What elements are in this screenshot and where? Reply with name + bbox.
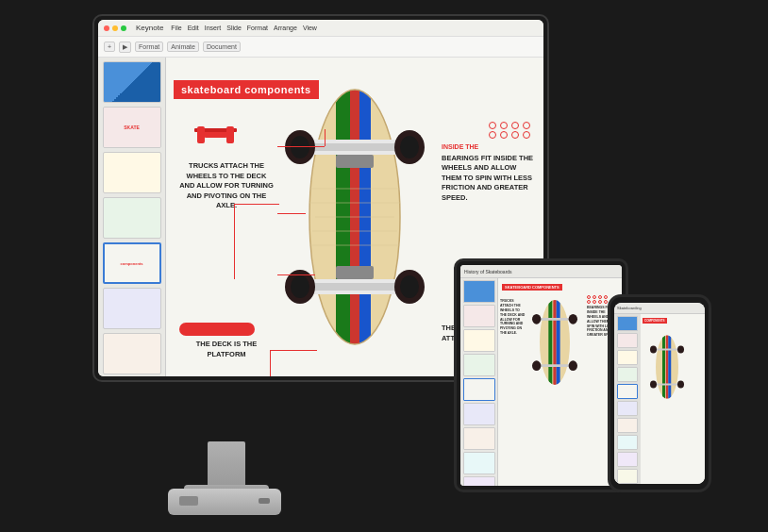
slide-thumb-7[interactable]: [103, 333, 161, 374]
svg-rect-45: [666, 332, 669, 403]
menu-arrange[interactable]: Arrange: [274, 25, 297, 31]
app-name: Keynote: [136, 24, 163, 32]
iphone-thumb-1[interactable]: [617, 316, 638, 331]
connector-line-7: [234, 204, 279, 205]
menu-edit[interactable]: Edit: [188, 25, 199, 31]
bearing-dot: [511, 131, 519, 139]
deck-text: THE DECK IS THE PLATFORM: [196, 340, 258, 358]
svg-rect-18: [303, 143, 407, 151]
ipad-header: History of Skateboards: [460, 265, 622, 278]
deck-icon: [179, 323, 255, 336]
iphone-main[interactable]: COMPONENTS: [641, 314, 705, 484]
iphone-sidebar[interactable]: [614, 314, 641, 484]
iphone-thumb-8[interactable]: [617, 435, 638, 450]
menu-slide[interactable]: Slide: [226, 25, 242, 31]
play-button[interactable]: ▶: [119, 42, 131, 53]
ipad-title: History of Skateboards: [464, 269, 512, 274]
connector-line-3: [277, 213, 306, 214]
ipad-slide-title: SKATEBOARD COMPONENTS: [502, 284, 562, 291]
iphone-thumb-7[interactable]: [617, 418, 638, 433]
ipad-thumb-1[interactable]: [463, 280, 495, 303]
ipad-thumb-2[interactable]: [463, 305, 495, 327]
menu-insert[interactable]: Insert: [205, 25, 222, 31]
bearing-dot: [511, 122, 519, 129]
ipad-thumb-9[interactable]: [463, 476, 495, 486]
svg-point-37: [532, 314, 541, 324]
ipad-thumb-4[interactable]: [463, 354, 495, 376]
svg-rect-50: [654, 384, 680, 386]
ipad-thumb-5-active[interactable]: [463, 378, 495, 401]
svg-rect-2: [197, 126, 205, 143]
bearing-dot: [489, 122, 496, 129]
iphone-thumb-5-active[interactable]: [617, 384, 638, 399]
add-slide-button[interactable]: +: [104, 42, 115, 52]
ipad-sidebar[interactable]: [460, 278, 498, 486]
close-button[interactable]: [104, 25, 109, 31]
slide-thumb-5-active[interactable]: components: [103, 242, 161, 284]
iphone-thumb-10[interactable]: [617, 469, 638, 484]
connector-line-6: [270, 350, 317, 351]
iphone-thumb-4[interactable]: [617, 367, 638, 382]
minimize-button[interactable]: [112, 25, 118, 31]
ipad-content: SKATEBOARD COMPONENTS: [460, 278, 622, 486]
svg-rect-47: [654, 349, 680, 351]
iphone-content: COMPONENTS: [614, 314, 705, 484]
skateboard-image: [279, 76, 430, 357]
svg-rect-30: [336, 266, 374, 279]
svg-rect-24: [303, 283, 407, 291]
svg-rect-35: [557, 295, 560, 390]
deck-label: THE DECK IS THE PLATFORM: [179, 323, 274, 359]
bearing-dot: [489, 131, 496, 139]
inside-the-label: INSIDE THE: [442, 142, 536, 152]
ipad-main[interactable]: SKATEBOARD COMPONENTS: [498, 278, 622, 486]
document-button[interactable]: Document: [203, 42, 241, 52]
connector-line-1: [277, 146, 325, 147]
window-controls: [104, 25, 126, 31]
svg-point-41: [569, 360, 577, 371]
connector-line-5: [270, 350, 271, 376]
svg-point-52: [677, 381, 684, 389]
slide-thumb-4[interactable]: [103, 197, 161, 239]
svg-rect-34: [553, 295, 556, 390]
slide-thumb-6[interactable]: [103, 288, 161, 329]
iphone-thumb-6[interactable]: [617, 401, 638, 416]
ipad-skateboard-img: [526, 295, 583, 390]
svg-rect-46: [668, 332, 671, 403]
iphone-thumb-3[interactable]: [617, 350, 638, 365]
iphone-thumb-2[interactable]: [617, 333, 638, 348]
ipad-screen: History of Skateboards SKATEBOARD COMPON…: [460, 265, 622, 486]
bearing-dot: [500, 131, 508, 139]
ipad-thumb-3[interactable]: [463, 329, 495, 352]
bearings-text: BEARINGS FIT INSIDE THE WHEELS AND ALLOW…: [442, 154, 533, 202]
ipad-thumb-6[interactable]: [463, 403, 495, 425]
svg-point-22: [400, 136, 419, 158]
iphone-thumb-9[interactable]: [617, 452, 638, 467]
menu-view[interactable]: View: [303, 25, 317, 31]
bearing-dot: [523, 131, 530, 139]
ipad: History of Skateboards SKATEBOARD COMPON…: [454, 258, 628, 492]
svg-point-51: [650, 381, 657, 389]
maximize-button[interactable]: [121, 25, 126, 31]
ipad-thumb-8[interactable]: [463, 452, 495, 474]
bearing-dots-icon: [489, 122, 532, 139]
svg-rect-29: [336, 155, 374, 168]
iphone-title: Skateboarding: [617, 306, 642, 310]
bearing-dot: [500, 122, 508, 129]
ipad-thumb-7[interactable]: [463, 427, 495, 450]
bearing-dot: [523, 122, 530, 129]
connector-line-4: [277, 274, 315, 275]
menu-file[interactable]: File: [171, 25, 181, 31]
menu-format[interactable]: Format: [247, 25, 268, 31]
ipad-trucks-label: TRUCKS ATTACH THE WHEELS TO THE DECK AND…: [500, 299, 526, 336]
svg-rect-33: [548, 295, 552, 390]
iphone-header: Skateboarding: [614, 303, 705, 314]
slide-thumb-1[interactable]: [103, 61, 161, 103]
slide-thumb-3[interactable]: [103, 152, 161, 193]
iphone-screen: Skateboarding COMPONENTS: [614, 303, 705, 484]
svg-rect-39: [538, 364, 573, 367]
svg-point-49: [677, 346, 684, 354]
format-button[interactable]: Format: [135, 42, 163, 52]
animate-button[interactable]: Animate: [167, 42, 199, 52]
slide-panel[interactable]: SKATE components: [98, 58, 166, 376]
slide-thumb-2[interactable]: SKATE: [103, 107, 161, 148]
